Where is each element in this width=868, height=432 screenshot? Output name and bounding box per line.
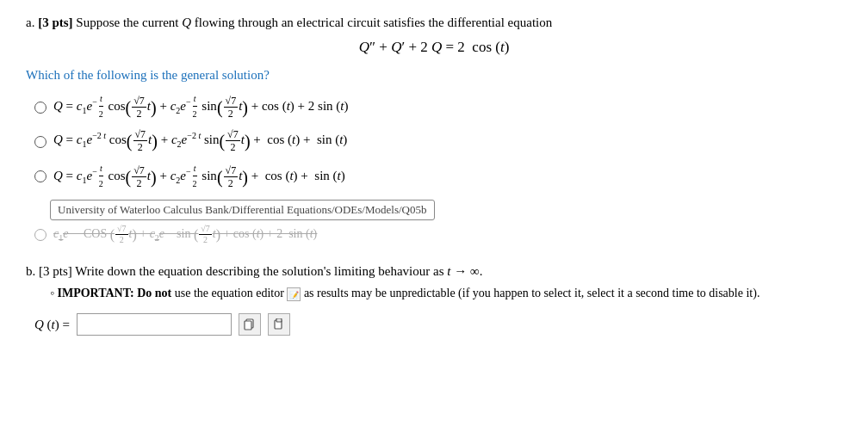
important-note: ◦ IMPORTANT: Do not use the equation edi…: [50, 284, 842, 303]
part-b-pts: [3 pts]: [39, 264, 72, 278]
option-1[interactable]: Q = c1e−t2 cos(√72t) + c2e−t2 sin(√72t) …: [34, 91, 842, 121]
part-b-section: b. [3 pts] Write down the equation descr…: [26, 264, 842, 336]
option-4-math: c1e COS (√72t) + c2e sin (√72t) + cos (t…: [53, 224, 317, 245]
svg-rect-1: [245, 321, 251, 330]
answer-label: Q (t) =: [34, 318, 70, 332]
option-4-struck[interactable]: c1e COS (√72t) + c2e sin (√72t) + cos (t…: [34, 224, 842, 245]
part-b-letter: b.: [26, 264, 35, 278]
part-a-section: a. [3 pts] Suppose the current Q flowing…: [26, 15, 842, 245]
radio-2[interactable]: [34, 136, 46, 148]
equation-editor-icon: 📝: [287, 287, 301, 301]
part-b-label: b. [3 pts] Write down the equation descr…: [26, 264, 842, 279]
option-1-math: Q = c1e−t2 cos(√72t) + c2e−t2 sin(√72t) …: [53, 91, 349, 121]
option-3[interactable]: Q = c1e−t2 cos(√72t) + c2e−t2 sin(√72t) …: [34, 161, 842, 191]
tooltip-box: University of Waterloo Calculus Bank/Dif…: [50, 200, 435, 220]
radio-3[interactable]: [34, 170, 46, 182]
part-a-desc: Suppose the current Q flowing through an…: [76, 15, 552, 29]
part-a-label: a. [3 pts] Suppose the current Q flowing…: [26, 15, 842, 30]
answer-input[interactable]: [77, 313, 232, 336]
clipboard-icon-1[interactable]: [239, 313, 261, 336]
option-3-math: Q = c1e−t2 cos(√72t) + c2e−t2 sin(√72t) …: [53, 161, 345, 191]
main-equation: Q″ + Q′ + 2 Q = 2 cos (t): [26, 39, 842, 56]
part-b-desc: Write down the equation describing the s…: [75, 264, 482, 278]
answer-row: Q (t) =: [34, 313, 842, 336]
question-text: Which of the following is the general so…: [26, 68, 842, 83]
radio-4[interactable]: [34, 229, 46, 241]
radio-1[interactable]: [34, 102, 46, 114]
options-list: Q = c1e−t2 cos(√72t) + c2e−t2 sin(√72t) …: [34, 91, 842, 191]
clipboard-icon-2[interactable]: [268, 313, 290, 336]
option-2[interactable]: Q = c1e−2 t cos(√72t) + c2e−2 t sin(√72t…: [34, 128, 842, 154]
part-a-pts: [3 pts]: [38, 15, 72, 29]
part-a-letter: a.: [26, 15, 34, 29]
option-2-math: Q = c1e−2 t cos(√72t) + c2e−2 t sin(√72t…: [53, 128, 347, 154]
svg-rect-3: [276, 318, 282, 322]
